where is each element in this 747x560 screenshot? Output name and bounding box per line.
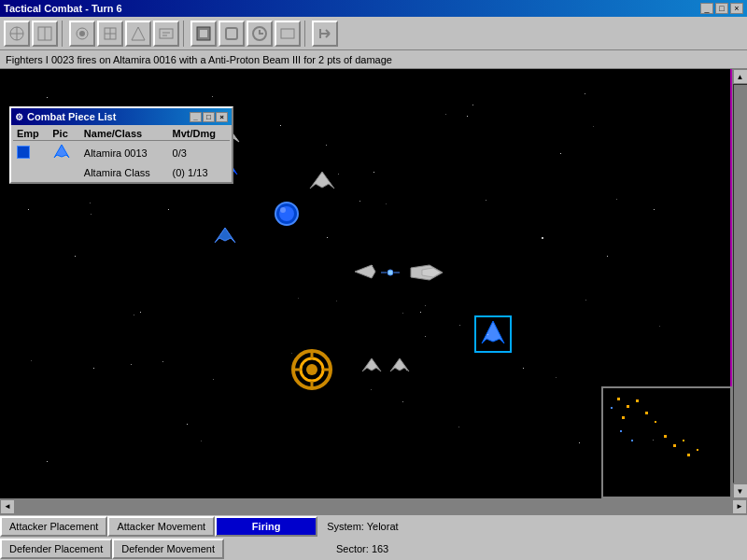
emp-badge bbox=[17, 146, 30, 159]
ship-name: Altamira 0013 bbox=[80, 141, 169, 166]
toolbar-sep-1 bbox=[62, 21, 65, 47]
combat-list-close[interactable]: × bbox=[216, 112, 228, 122]
minimap-dot bbox=[697, 449, 698, 451]
star bbox=[402, 313, 403, 314]
combat-table-body: Altamira 0013 0/3 Altamira Class (0) 1/1… bbox=[13, 141, 230, 181]
minimap-dot bbox=[655, 421, 656, 423]
combat-list-content: Emp Pic Name/Class Mvt/Dmg bbox=[11, 125, 232, 182]
ship-class: Altamira Class bbox=[80, 165, 169, 180]
toolbar-sep-2 bbox=[183, 21, 187, 47]
combat-list-window-controls: _ □ × bbox=[190, 112, 228, 122]
defender-placement-btn[interactable]: Defender Placement bbox=[0, 539, 112, 559]
toolbar-sep-3 bbox=[304, 21, 308, 47]
svg-point-25 bbox=[280, 207, 286, 213]
bottom-status-bar: Attacker Placement Attacker Movement Fir… bbox=[0, 513, 747, 560]
combat-list-title-text: ⚙ Combat Piece List bbox=[15, 111, 116, 122]
scroll-left-btn[interactable]: ◄ bbox=[0, 499, 15, 514]
system-label: System: bbox=[327, 521, 364, 532]
svg-rect-18 bbox=[281, 29, 294, 38]
emp-cell-2 bbox=[13, 165, 49, 180]
star bbox=[212, 96, 213, 97]
svg-marker-27 bbox=[215, 228, 235, 243]
toolbar-btn-3[interactable] bbox=[69, 21, 95, 47]
toolbar-btn-8[interactable] bbox=[218, 21, 245, 47]
toolbar-btn-11[interactable] bbox=[312, 21, 338, 47]
star bbox=[47, 97, 48, 98]
bottom-scrollbar: ◄ ► bbox=[0, 498, 747, 513]
svg-marker-28 bbox=[355, 265, 375, 278]
attacker-movement-btn[interactable]: Attacker Movement bbox=[107, 516, 215, 537]
scroll-up-btn[interactable]: ▲ bbox=[733, 69, 748, 84]
svg-rect-15 bbox=[200, 30, 207, 37]
minimize-btn[interactable]: _ bbox=[700, 3, 713, 14]
star bbox=[162, 361, 163, 362]
sector-label: Sector: bbox=[336, 543, 369, 554]
ship-sprite-silver-arrow bbox=[308, 170, 336, 190]
pic-cell bbox=[49, 141, 80, 166]
star bbox=[425, 336, 426, 337]
system-value: Yelorat bbox=[367, 521, 399, 532]
svg-marker-45 bbox=[54, 145, 69, 158]
defender-movement-btn[interactable]: Defender Movement bbox=[112, 539, 224, 559]
mini-map bbox=[601, 386, 732, 498]
bottom-row-2: Defender Placement Defender Movement Sec… bbox=[0, 538, 747, 560]
star bbox=[31, 360, 32, 361]
star bbox=[659, 326, 660, 327]
star bbox=[187, 424, 188, 425]
toolbar-btn-9[interactable] bbox=[247, 21, 273, 47]
ship-mvt-2: (0) 1/13 bbox=[169, 165, 230, 180]
toolbar-btn-5[interactable] bbox=[125, 21, 151, 47]
minimap-dot bbox=[683, 440, 684, 441]
title-bar-controls: _ □ × bbox=[700, 3, 743, 14]
minimap-dot bbox=[617, 398, 620, 400]
star bbox=[607, 256, 608, 257]
star bbox=[134, 315, 134, 315]
close-btn[interactable]: × bbox=[730, 3, 743, 14]
star bbox=[298, 298, 299, 299]
pic-cell-2 bbox=[49, 165, 80, 180]
star bbox=[93, 368, 94, 369]
maximize-btn[interactable]: □ bbox=[715, 3, 728, 14]
col-pic: Pic bbox=[49, 127, 80, 141]
bottom-row-1: Attacker Placement Attacker Movement Fir… bbox=[0, 515, 747, 538]
status-message: Fighters I 0023 fires on Altamira 0016 w… bbox=[6, 54, 392, 65]
scroll-track[interactable] bbox=[733, 84, 748, 483]
window-title: Tactical Combat - Turn 6 bbox=[4, 3, 122, 14]
attacker-placement-btn[interactable]: Attacker Placement bbox=[0, 516, 107, 537]
svg-point-36 bbox=[306, 364, 317, 375]
star bbox=[140, 312, 141, 313]
col-name: Name/Class bbox=[80, 127, 169, 141]
star bbox=[593, 126, 594, 127]
minimap-dot bbox=[687, 454, 690, 456]
scroll-down-btn[interactable]: ▼ bbox=[733, 483, 748, 498]
hscroll-track[interactable] bbox=[15, 499, 732, 514]
star bbox=[459, 325, 460, 326]
toolbar-btn-4[interactable] bbox=[97, 21, 123, 47]
star bbox=[585, 300, 586, 301]
minimap-dot bbox=[622, 416, 625, 419]
ship-mvt: 0/3 bbox=[169, 141, 230, 166]
star bbox=[372, 265, 373, 266]
ship-sprite-small-1 bbox=[360, 357, 383, 373]
toolbar-btn-10[interactable] bbox=[275, 21, 301, 47]
col-emp: Emp bbox=[13, 127, 49, 141]
star bbox=[201, 441, 202, 441]
game-canvas[interactable]: ⚙ Combat Piece List _ □ × Emp Pic Name/C… bbox=[0, 69, 732, 498]
toolbar-btn-1[interactable] bbox=[4, 21, 30, 47]
toolbar-btn-6[interactable] bbox=[153, 21, 179, 47]
combat-list-maximize[interactable]: □ bbox=[203, 112, 215, 122]
star bbox=[654, 209, 655, 210]
star bbox=[458, 427, 459, 427]
star bbox=[327, 237, 328, 238]
scroll-right-btn[interactable]: ► bbox=[732, 499, 747, 514]
sector-info: Sector: 163 bbox=[327, 541, 398, 556]
combat-list-minimize[interactable]: _ bbox=[190, 112, 202, 122]
toolbar-btn-7[interactable] bbox=[190, 21, 217, 47]
toolbar-btn-2[interactable] bbox=[32, 21, 58, 47]
star bbox=[359, 201, 360, 202]
energy-orb bbox=[273, 200, 301, 228]
svg-point-6 bbox=[79, 31, 85, 36]
minimap-dot bbox=[645, 412, 648, 414]
star bbox=[402, 401, 403, 402]
minimap-dot bbox=[627, 405, 629, 408]
